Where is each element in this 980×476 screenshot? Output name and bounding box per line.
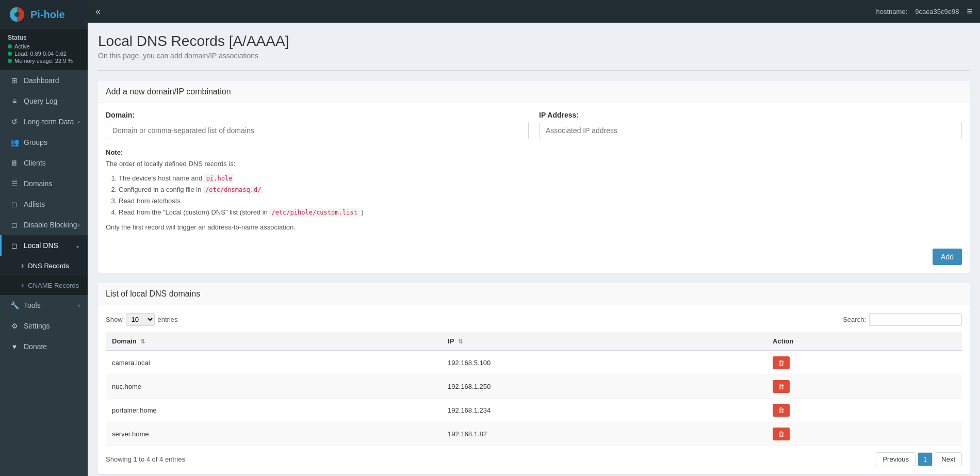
topbar-right: hostname: 9caea35c9e98 ≡ [876,6,972,17]
settings-icon: ⚙ [9,322,20,330]
sidebar: Pi-hole Status Active Load: 0.69 0.04 0.… [0,0,88,476]
sidebar-item-label: Donate [24,342,47,351]
pagination: Previous 1 Next [876,452,962,466]
sidebar-item-label: Long-term Data [24,118,74,126]
note-item-1: The device's host name and pi.hole [119,173,962,184]
load-label: Load: 0.69 0.04 0.62 [14,51,67,57]
sidebar-status: Status Active Load: 0.69 0.04 0.62 Memor… [0,29,88,70]
table-row: nuc.home 192.168.1.250 🗑 [106,374,962,398]
cname-records-label: CNAME Records [28,282,79,289]
entries-label: entries [158,316,178,323]
col-ip[interactable]: IP ⇅ [442,332,766,351]
sidebar-item-long-term-data[interactable]: ↺ Long-term Data ‹ [0,111,88,132]
sidebar-sub-item-cname-records[interactable]: CNAME Records [0,275,88,295]
col-action-label: Action [773,337,793,345]
note-title: Note: [106,149,123,156]
cell-action: 🗑 [766,374,962,398]
note-code-2: /etc/dnsmasq.d/ [203,186,263,194]
dns-list-card: List of local DNS domains Show 10 25 50 … [98,283,970,474]
show-label: Show [106,316,123,323]
table-footer: Showing 1 to 4 of 4 entries Previous 1 N… [106,452,962,466]
sidebar-item-adlists[interactable]: ◻ Adlists [0,194,88,215]
svg-point-3 [13,10,17,13]
main-content: Local DNS Records [A/AAAA] On this page,… [88,23,980,476]
status-title: Status [8,34,80,41]
sidebar-item-settings[interactable]: ⚙ Settings [0,316,88,336]
disable-icon: ◻ [9,221,20,229]
sort-domain-icon: ⇅ [140,338,145,344]
search-input[interactable] [869,313,962,326]
app-name: Pi-hole [30,9,65,21]
note-item-3: Read from /etc/hosts [119,195,962,207]
page-subtitle: On this page, you can add domain/IP asso… [98,52,970,60]
note-box: Note: The order of locally defined DNS r… [106,147,962,233]
add-form-header: Add a new domain/IP combination [98,81,970,103]
domain-group: Domain: [106,111,529,139]
chevron-icon: ‹ [78,302,80,308]
cell-domain: server.home [106,422,442,446]
query-log-icon: ≡ [9,97,20,105]
sidebar-item-label: Disable Blocking [24,221,77,229]
previous-button[interactable]: Previous [876,452,916,466]
next-button[interactable]: Next [935,452,962,466]
col-action: Action [766,332,962,351]
entries-select[interactable]: 10 25 50 100 [126,313,155,326]
dns-list-body: Show 10 25 50 100 entries Search: [98,305,970,474]
delete-button[interactable]: 🗑 [773,404,790,417]
sidebar-item-label: Query Log [24,97,57,105]
sidebar-sub-item-dns-records[interactable]: DNS Records [0,256,88,275]
delete-button[interactable]: 🗑 [773,380,790,393]
ip-input[interactable] [539,122,962,139]
sidebar-item-local-dns[interactable]: ◻ Local DNS ⌄ [0,235,88,256]
sidebar-item-domains[interactable]: ☰ Domains [0,173,88,194]
cell-action: 🗑 [766,398,962,422]
cell-action: 🗑 [766,351,962,375]
sidebar-item-label: Groups [24,138,47,146]
domains-icon: ☰ [9,179,20,188]
domain-ip-row: Domain: IP Address: [106,111,962,139]
domain-input[interactable] [106,122,529,139]
pihole-logo-icon [8,5,26,24]
cell-ip: 192.168.1.234 [442,398,766,422]
local-dns-icon: ◻ [9,241,20,250]
sidebar-item-donate[interactable]: ♥ Donate [0,336,88,357]
topbar: « hostname: 9caea35c9e98 ≡ [88,0,980,23]
col-domain[interactable]: Domain ⇅ [106,332,442,351]
sidebar-item-label: Settings [24,322,50,330]
delete-button[interactable]: 🗑 [773,356,790,369]
sidebar-item-query-log[interactable]: ≡ Query Log [0,91,88,111]
memory-dot [8,59,12,63]
showing-text: Showing 1 to 4 of 4 entries [106,455,185,463]
sidebar-item-label: Tools [24,301,41,309]
status-memory-line: Memory usage: 22.9 % [8,58,80,64]
search-label: Search: [843,316,866,323]
cell-ip: 192.168.1.82 [442,422,766,446]
sidebar-item-groups[interactable]: 👥 Groups [0,132,88,153]
sidebar-item-tools[interactable]: 🔧 Tools ‹ [0,295,88,316]
cell-ip: 192.168.1.250 [442,374,766,398]
chevron-down-icon: ⌄ [75,242,80,249]
cell-domain: nuc.home [106,374,442,398]
table-controls: Show 10 25 50 100 entries Search: [106,313,962,326]
sidebar-item-dashboard[interactable]: ⊞ Dashboard [0,70,88,91]
load-dot [8,52,12,56]
delete-button[interactable]: 🗑 [773,428,790,440]
sidebar-nav: ⊞ Dashboard ≡ Query Log ↺ Long-term Data… [0,70,88,357]
cell-domain: camera.local [106,351,442,375]
topbar-menu-button[interactable]: ≡ [967,6,972,17]
add-form-title: Add a new domain/IP combination [106,87,962,96]
sidebar-toggle-button[interactable]: « [95,6,101,17]
sidebar-item-label: Adlists [24,200,45,208]
sidebar-item-disable-blocking[interactable]: ◻ Disable Blocking ‹ [0,215,88,235]
memory-label: Memory usage: 22.9 % [14,58,73,64]
page-title: Local DNS Records [A/AAAA] [98,33,970,50]
page-number: 1 [918,452,933,466]
chevron-icon: ‹ [78,222,80,228]
cell-action: 🗑 [766,422,962,446]
sidebar-item-clients[interactable]: 🖥 Clients [0,153,88,173]
sidebar-item-label: Domains [24,179,52,188]
note-code-1: pi.hole [204,174,235,183]
add-button[interactable]: Add [933,249,962,265]
dns-list-title: List of local DNS domains [106,289,962,299]
active-label: Active [14,43,30,50]
